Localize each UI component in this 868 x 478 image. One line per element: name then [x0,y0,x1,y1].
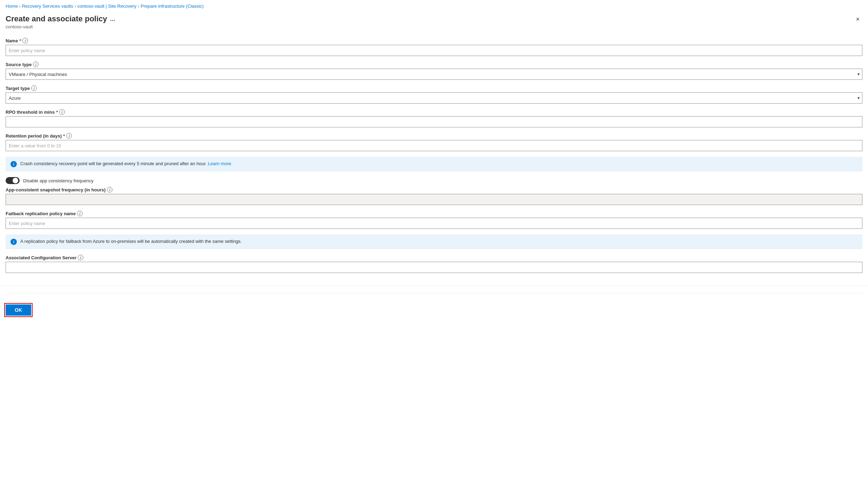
target-type-group: Target type i Azure On-premises ▾ [6,85,862,104]
rpo-group: RPO threshold in mins * i 60 [6,109,862,127]
learn-more-link[interactable]: Learn more [208,161,231,166]
crash-consistency-text: Crash consistency recovery point will be… [20,161,231,166]
failback-info-circle: i [11,239,17,245]
toggle-slider [6,177,20,184]
name-label: Name * i [6,38,862,43]
retention-label-text: Retention period (in days) [6,133,62,139]
source-type-label: Source type i [6,62,862,67]
assoc-server-input[interactable]: contosoCS [6,262,862,273]
page-subtitle: contoso-vault [6,23,115,34]
app-consistency-toggle[interactable] [6,177,20,184]
page-title-area: Create and associate policy ... contoso-… [6,14,115,34]
ok-button[interactable]: OK [6,304,31,316]
name-info-icon: i [22,38,28,43]
breadcrumb-sep-3: › [138,4,139,9]
breadcrumb-sep-2: › [75,4,76,9]
assoc-server-info-icon: i [78,255,83,260]
rpo-label: RPO threshold in mins * i [6,109,862,115]
retention-input[interactable] [6,140,862,151]
breadcrumb-sep-1: › [19,4,21,9]
page-title-text: Create and associate policy [6,14,107,23]
name-group: Name * i [6,38,862,56]
source-type-label-text: Source type [6,62,32,67]
source-type-select-wrapper: VMware / Physical machines Hyper-V ▾ [6,69,862,80]
breadcrumb-recovery[interactable]: Recovery Services vaults [22,3,73,9]
breadcrumb-prepare[interactable]: Prepare infrastructure (Classic) [140,3,204,9]
failback-banner-text: A replication policy for failback from A… [20,239,242,244]
assoc-server-label: Associated Configuration Server i [6,255,862,260]
app-snapshot-info-icon: i [107,187,112,192]
target-type-label-text: Target type [6,86,30,91]
page-header: Create and associate policy ... contoso-… [0,12,868,35]
toggle-label: Disable app consistency frequency [23,178,94,183]
crash-consistency-text-content: Crash consistency recovery point will be… [20,161,207,166]
source-type-group: Source type i VMware / Physical machines… [6,62,862,80]
failback-label-text: Failback replication policy name [6,211,76,216]
rpo-info-icon: i [59,109,65,115]
failback-label: Failback replication policy name i [6,211,862,216]
app-consistency-toggle-row: Disable app consistency frequency [6,177,862,184]
retention-label: Retention period (in days) * i [6,133,862,139]
bottom-bar: OK [0,286,868,320]
form-container: Name * i Source type i VMware / Physical… [0,35,868,286]
divider [6,293,862,293]
failback-info-icon: i [77,211,83,216]
page-title: Create and associate policy ... [6,14,115,23]
retention-group: Retention period (in days) * i [6,133,862,151]
source-type-info-icon: i [33,62,39,67]
crash-consistency-banner: i Crash consistency recovery point will … [6,157,862,171]
rpo-label-text: RPO threshold in mins [6,110,55,115]
name-label-text: Name [6,38,18,43]
rpo-required: * [56,110,58,115]
target-type-select[interactable]: Azure On-premises [6,92,862,104]
name-required: * [19,38,21,43]
app-snapshot-label: App-consistent snapshot frequency (in ho… [6,187,862,192]
breadcrumb-home[interactable]: Home [6,3,18,9]
close-button[interactable]: × [853,14,862,24]
source-type-select[interactable]: VMware / Physical machines Hyper-V [6,69,862,80]
app-snapshot-label-text: App-consistent snapshot frequency (in ho… [6,187,105,192]
ellipsis-menu[interactable]: ... [110,15,115,23]
assoc-server-group: Associated Configuration Server i contos… [6,255,862,273]
app-snapshot-input[interactable]: 0 [6,194,862,205]
failback-input[interactable] [6,218,862,229]
target-type-info-icon: i [31,85,37,91]
retention-required: * [63,133,65,139]
app-snapshot-group: App-consistent snapshot frequency (in ho… [6,187,862,205]
rpo-input[interactable]: 60 [6,116,862,127]
breadcrumb-vault[interactable]: contoso-vault | Site Recovery [77,3,137,9]
name-input[interactable] [6,45,862,56]
failback-banner: i A replication policy for failback from… [6,234,862,249]
retention-info-icon: i [66,133,72,139]
assoc-server-label-text: Associated Configuration Server [6,255,76,260]
target-type-select-wrapper: Azure On-premises ▾ [6,92,862,104]
crash-consistency-info-circle: i [11,161,17,167]
target-type-label: Target type i [6,85,862,91]
breadcrumb: Home › Recovery Services vaults › contos… [0,0,868,12]
failback-group: Failback replication policy name i [6,211,862,229]
